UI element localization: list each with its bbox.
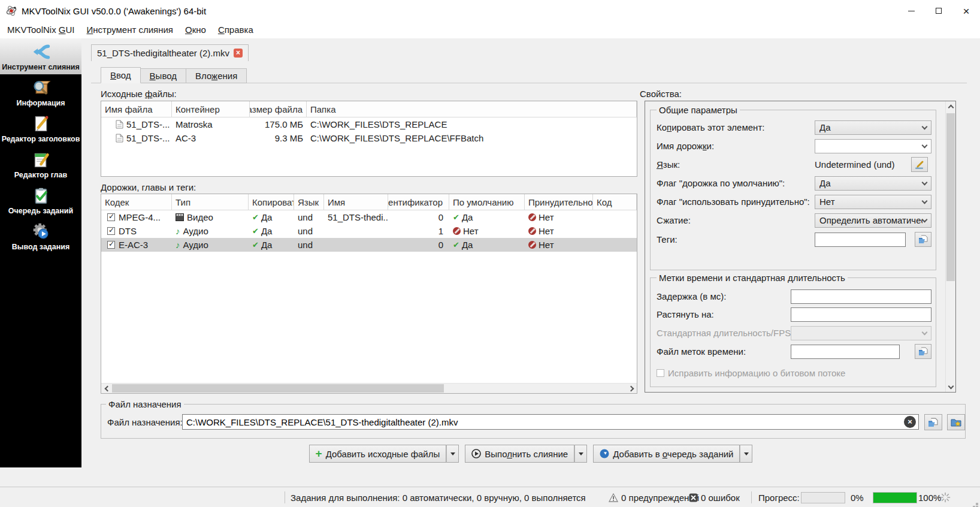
no-icon (528, 241, 536, 249)
track-checkbox[interactable] (107, 213, 115, 221)
separator (285, 491, 285, 503)
resize-grip[interactable] (976, 503, 978, 505)
tab-input[interactable]: Ввод (101, 67, 141, 83)
column-header[interactable]: По умолчанию (449, 194, 525, 210)
menu-mkvtoolnix-gui[interactable]: MKVToolNix GUI (1, 22, 81, 38)
menu-window[interactable]: Окно (179, 22, 212, 38)
add-source-files-dropdown[interactable] (446, 445, 459, 463)
timestamps-file-input[interactable] (791, 345, 900, 359)
track-name-label: Имя дорожки: (657, 141, 815, 151)
jobs-status: Задания для выполнения: 0 автоматически,… (291, 487, 586, 507)
destination-input[interactable] (182, 414, 919, 430)
info-icon (31, 78, 51, 98)
menu-help[interactable]: Справка (212, 22, 259, 38)
sidebar-item-header-editor[interactable]: Редактор заголовков (0, 110, 81, 146)
scroll-up-arrow[interactable] (946, 101, 956, 111)
column-header[interactable]: Язык (294, 194, 324, 210)
clear-destination-icon[interactable]: × (904, 416, 916, 428)
sidebar-item-chapter-editor[interactable]: Редактор глав (0, 146, 81, 182)
sidebar-item-job-queue[interactable]: Очередь заданий (0, 182, 81, 218)
separator (751, 491, 752, 503)
column-header[interactable]: Имя (324, 194, 388, 210)
stretch-input[interactable] (791, 307, 931, 322)
browse-destination-button[interactable] (924, 414, 942, 430)
track-forced: Нет (539, 226, 554, 236)
browse-timestamps-button[interactable] (915, 344, 931, 359)
sidebar-item-info[interactable]: Информация (0, 74, 81, 110)
column-header[interactable]: Тип (172, 194, 249, 210)
delay-input[interactable] (791, 289, 931, 304)
maximize-button[interactable] (925, 0, 952, 22)
current-progress-value: 0% (851, 487, 864, 507)
source-files-table[interactable]: Имя файла Контейнер Размер файла Папка 5… (101, 101, 637, 177)
default-flag-select[interactable]: Да (815, 176, 931, 191)
sidebar-item-multiplexer[interactable]: Инструмент слияния (0, 38, 81, 74)
sidebar-item-label: Очередь заданий (8, 207, 73, 215)
close-button[interactable]: × (952, 0, 980, 22)
track-checkbox[interactable] (107, 241, 115, 249)
column-header[interactable]: Код (593, 194, 637, 210)
scroll-right-arrow[interactable] (627, 384, 637, 394)
scroll-left-arrow[interactable] (101, 384, 111, 394)
file-size: 9.3 МБ (250, 131, 307, 145)
maximize-icon (936, 8, 942, 14)
favorite-folder-button[interactable] (947, 414, 965, 430)
start-muxing-dropdown[interactable] (574, 445, 587, 463)
file-tab[interactable]: 51_DTS-thedigitaltheater (2).mkv × (91, 44, 249, 61)
horizontal-scrollbar[interactable] (101, 383, 637, 393)
scroll-down-arrow[interactable] (946, 382, 956, 392)
add-to-queue-dropdown[interactable] (740, 445, 752, 463)
track-checkbox[interactable] (107, 227, 115, 235)
progress-label: Прогресс: (758, 487, 800, 507)
table-row[interactable]: 51_DTS-... AC-3 9.3 МБ C:\WORK_FILES\DTS… (101, 131, 637, 145)
track-row-audio[interactable]: DTS ♪Аудио ✔Да und 1 Нет Нет (101, 224, 637, 238)
add-source-files-button[interactable]: + Добавить исходные файлы (309, 445, 447, 463)
video-icon (176, 213, 184, 221)
forced-flag-select[interactable]: Нет (815, 195, 931, 209)
column-header[interactable]: Папка (307, 101, 637, 117)
audio-note-icon: ♪ (176, 226, 180, 236)
column-header[interactable]: Идентификатор (388, 194, 449, 210)
file-icon (116, 120, 123, 129)
tags-input[interactable] (815, 233, 906, 247)
no-icon (528, 227, 536, 235)
edit-language-button[interactable] (911, 157, 928, 172)
sidebar-item-job-output[interactable]: Вывод задания (0, 218, 81, 254)
tab-close-icon[interactable]: × (234, 49, 243, 58)
table-row[interactable]: 51_DTS-... Matroska 175.0 МБ C:\WORK_FIL… (101, 117, 637, 131)
track-copy: Да (261, 240, 273, 250)
column-header[interactable]: Копироват (249, 194, 294, 210)
no-icon (528, 213, 536, 221)
menu-multiplexer[interactable]: Инструмент слияния (81, 22, 179, 38)
track-forced: Нет (539, 240, 554, 250)
column-header[interactable]: Кодек (101, 194, 172, 210)
column-header[interactable]: Контейнер (172, 101, 250, 117)
track-row-video[interactable]: MPEG-4... Видео ✔Да und 51_DTS-thedi... … (101, 210, 637, 224)
track-codec: MPEG-4... (119, 212, 161, 222)
minimize-button[interactable] (897, 0, 925, 22)
track-row-audio-selected[interactable]: E-AC-3 ♪Аудио ✔Да und 0 ✔Да Нет (101, 238, 637, 252)
start-muxing-button[interactable]: Выполнить слияние (465, 445, 574, 463)
tracks-header: Кодек Тип Копироват Язык Имя Идентификат… (101, 194, 637, 210)
column-header[interactable]: Принудительно (525, 194, 593, 210)
add-to-queue-button[interactable]: Добавить в очередь заданий (593, 445, 740, 463)
tab-attachments[interactable]: Вложения (186, 68, 247, 83)
fix-bitstream-checkbox (657, 369, 664, 377)
copy-item-select[interactable]: Да (815, 120, 931, 135)
track-name-combobox[interactable] (815, 139, 931, 153)
track-id: 0 (388, 210, 449, 224)
column-header[interactable]: Имя файла (101, 101, 172, 117)
group-title: Метки времени и стандартная длительность (657, 273, 848, 283)
compression-select[interactable]: Определить автоматически (815, 213, 931, 228)
scrollbar-thumb[interactable] (946, 113, 955, 281)
destination-group: Файл назначения Файл назначения: × (101, 404, 966, 439)
browse-tags-button[interactable] (915, 232, 931, 247)
column-header[interactable]: Размер файла (250, 101, 307, 117)
track-id: 1 (388, 224, 449, 238)
play-circle-icon (471, 449, 481, 458)
scrollbar-thumb[interactable] (112, 384, 444, 393)
tab-output[interactable]: Вывод (141, 68, 186, 83)
tracks-table[interactable]: Кодек Тип Копироват Язык Имя Идентификат… (101, 194, 637, 394)
file-icon (116, 134, 123, 143)
vertical-scrollbar[interactable] (945, 101, 955, 392)
